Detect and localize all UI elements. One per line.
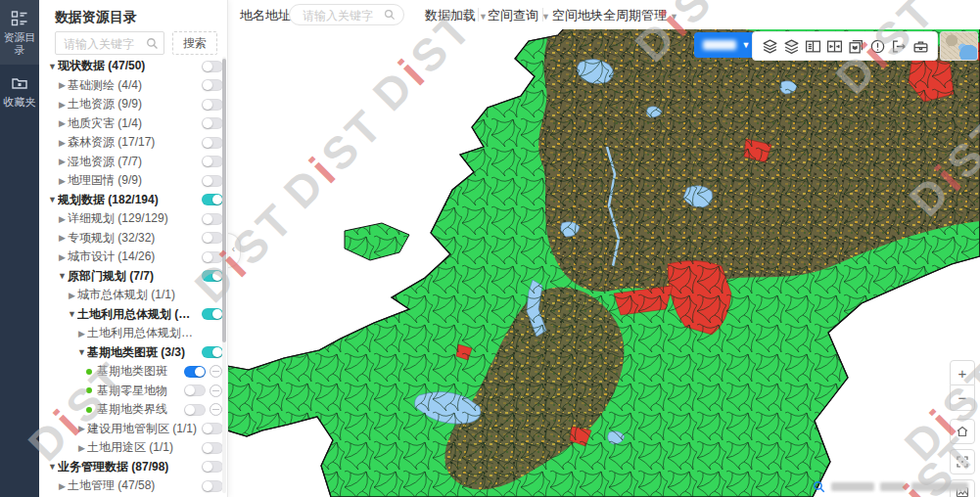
map-canvas[interactable]: [227, 0, 980, 497]
expand-arrow-icon[interactable]: ▶: [76, 443, 87, 453]
tree-row[interactable]: ▼基期地类图斑 (3/3): [39, 343, 227, 363]
expand-arrow-icon[interactable]: ▶: [57, 80, 68, 90]
tree-node-label: 土地资源 (9/9): [68, 96, 142, 113]
tree-row[interactable]: ▶土地资源 (9/9): [39, 95, 227, 114]
expand-arrow-icon[interactable]: ▶: [57, 233, 68, 243]
layer-visibility-toggle[interactable]: [202, 442, 223, 454]
layer-visibility-toggle[interactable]: [202, 79, 223, 91]
tree-row[interactable]: ▼规划数据 (182/194): [39, 191, 227, 210]
tree-row[interactable]: 基期地类界线: [39, 400, 227, 420]
tree-row[interactable]: ▶地理国情 (9/9): [39, 171, 227, 191]
expand-arrow-icon[interactable]: ▶: [76, 424, 87, 433]
export-icon[interactable]: [888, 35, 910, 57]
layer-visibility-toggle[interactable]: [202, 117, 223, 129]
expand-arrow-icon[interactable]: ▶: [57, 481, 68, 491]
layer-visibility-toggle[interactable]: [202, 175, 223, 187]
search-button[interactable]: 搜索: [172, 31, 217, 55]
collapse-arrow-icon[interactable]: ▼: [67, 309, 77, 319]
collapse-arrow-icon[interactable]: ▼: [47, 195, 58, 204]
layers-icon[interactable]: [759, 35, 780, 57]
bookmark-icon[interactable]: [845, 35, 866, 57]
collapse-arrow-icon[interactable]: ▼: [47, 62, 58, 71]
expand-arrow-icon[interactable]: ▶: [67, 291, 77, 300]
tree-node-label: 业务管理数据 (87/98): [58, 459, 168, 475]
collapse-arrow-icon[interactable]: ▼: [47, 462, 58, 472]
tree-row[interactable]: ▼业务管理数据 (87/98): [39, 458, 227, 477]
fullscreen-icon: [956, 455, 969, 469]
sidebar-item-resource-catalog[interactable]: 资源目录: [0, 0, 39, 65]
layer-visibility-toggle[interactable]: [202, 346, 223, 358]
expand-arrow-icon[interactable]: ▶: [57, 100, 68, 110]
remove-layer-icon[interactable]: [210, 365, 222, 378]
layer-visibility-toggle[interactable]: [202, 461, 223, 473]
layer-visibility-toggle[interactable]: [202, 99, 223, 111]
tree-row[interactable]: ▶土地管理 (47/58): [39, 476, 227, 496]
overview-map-thumbnail[interactable]: [940, 31, 978, 61]
layer-visibility-toggle[interactable]: [202, 232, 223, 244]
layer-dropdown-button[interactable]: ▼: [694, 32, 759, 58]
remove-layer-icon[interactable]: [210, 384, 222, 397]
blurred-status-text: [911, 482, 968, 491]
tree-row[interactable]: ▶城市设计 (14/26): [39, 248, 227, 267]
sidebar-item-favorites[interactable]: 收藏夹: [0, 65, 39, 116]
blurred-status-text: [831, 482, 874, 491]
zoom-in-button[interactable]: +: [950, 360, 975, 385]
tree-row[interactable]: 基期零星地物: [39, 382, 227, 401]
layer-visibility-toggle[interactable]: [202, 137, 223, 149]
layer-visibility-toggle[interactable]: [202, 270, 223, 282]
split-view-icon[interactable]: [802, 35, 823, 57]
place-search-input[interactable]: [301, 5, 385, 26]
basemap-icon[interactable]: [780, 35, 802, 57]
layer-visibility-toggle[interactable]: [184, 366, 206, 378]
expand-arrow-icon[interactable]: ▶: [76, 329, 87, 339]
info-icon[interactable]: [866, 35, 888, 57]
layer-tree: ▼现状数据 (47/50)▶基础测绘 (4/4)▶土地资源 (9/9)▶地质灾害…: [39, 57, 227, 496]
panel-scrollbar-thumb[interactable]: [222, 59, 226, 342]
tree-row[interactable]: ▶建设用地管制区 (1/1): [39, 420, 227, 439]
menu-parcel-lifecycle[interactable]: 空间地块全周期管理▼: [552, 7, 678, 24]
menu-spatial-query[interactable]: 空间查询▼: [488, 7, 550, 24]
tree-row[interactable]: ▶基础测绘 (4/4): [39, 76, 227, 96]
tree-row[interactable]: ▶土地利用总体规划（非空间专...: [39, 324, 227, 343]
expand-arrow-icon[interactable]: ▶: [57, 118, 68, 128]
keyword-search-input[interactable]: [62, 32, 148, 56]
swipe-icon[interactable]: [823, 35, 845, 57]
layer-visibility-toggle[interactable]: [202, 213, 223, 225]
tree-row[interactable]: ▶地质灾害 (1/4): [39, 114, 227, 134]
tree-row[interactable]: ▶森林资源 (17/17): [39, 133, 227, 153]
expand-arrow-icon[interactable]: ▶: [57, 214, 68, 224]
expand-arrow-icon[interactable]: ▶: [57, 157, 68, 166]
layer-visibility-toggle[interactable]: [184, 404, 206, 416]
tree-row[interactable]: ▶湿地资源 (7/7): [39, 153, 227, 172]
fullscreen-button[interactable]: [950, 449, 975, 474]
tree-row[interactable]: ▼土地利用总体规划 (6/6): [39, 305, 227, 325]
tree-node-label: 地质灾害 (1/4): [68, 115, 142, 132]
layer-visibility-toggle[interactable]: [202, 308, 223, 320]
tree-node-label: 基期地类图斑 (3/3): [87, 344, 185, 361]
layer-visibility-toggle[interactable]: [202, 156, 223, 167]
chevron-down-icon: ▼: [742, 40, 751, 50]
home-button[interactable]: [950, 419, 975, 444]
tree-row[interactable]: 基期地类图斑: [39, 362, 227, 382]
expand-arrow-icon[interactable]: ▶: [57, 252, 68, 262]
tree-node-label: 城市总体规划 (1/1): [77, 287, 175, 303]
expand-arrow-icon[interactable]: ▶: [57, 138, 68, 148]
layer-visibility-toggle[interactable]: [202, 251, 223, 263]
layer-visibility-toggle[interactable]: [202, 61, 223, 72]
tree-row[interactable]: ▶城市总体规划 (1/1): [39, 286, 227, 305]
collapse-arrow-icon[interactable]: ▼: [76, 347, 87, 357]
expand-arrow-icon[interactable]: ▶: [57, 176, 68, 186]
tree-row[interactable]: ▶土地用途区 (1/1): [39, 438, 227, 458]
layer-visibility-toggle[interactable]: [202, 480, 223, 492]
tree-row[interactable]: ▼现状数据 (47/50): [39, 57, 227, 76]
tree-row[interactable]: ▶专项规划 (32/32): [39, 229, 227, 248]
tree-row[interactable]: ▼原部门规划 (7/7): [39, 267, 227, 287]
layer-visibility-toggle[interactable]: [202, 423, 223, 434]
layer-visibility-toggle[interactable]: [202, 194, 223, 205]
toolbox-icon[interactable]: [910, 35, 931, 57]
collapse-arrow-icon[interactable]: ▼: [57, 271, 68, 281]
layer-visibility-toggle[interactable]: [184, 384, 206, 396]
zoom-out-button[interactable]: −: [950, 385, 975, 411]
tree-row[interactable]: ▶详细规划 (129/129): [39, 209, 227, 229]
remove-layer-icon[interactable]: [210, 403, 222, 416]
